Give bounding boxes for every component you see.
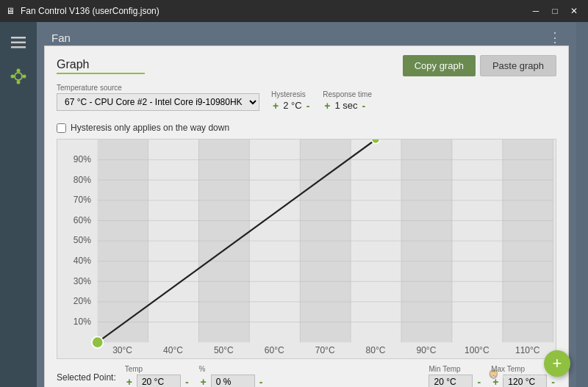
temperature-source-group: Temperature source 67 °C - CPU Core #2 -…: [57, 84, 259, 111]
fab-button[interactable]: +: [544, 350, 570, 377]
svg-rect-2: [11, 46, 26, 48]
hysteresis-spinbox: + 2 °C -: [271, 100, 311, 111]
maximize-button[interactable]: □: [547, 3, 563, 19]
max-temp-control: + -: [491, 375, 556, 387]
response-time-plus-btn[interactable]: +: [323, 101, 331, 111]
svg-text:90°C: 90°C: [417, 344, 437, 355]
dialog-buttons: Copy graph Paste graph: [403, 55, 556, 76]
svg-text:110°C: 110°C: [515, 344, 540, 355]
response-time-label: Response time: [323, 90, 372, 98]
min-temp-group: Min Temp -: [429, 365, 482, 387]
paste-graph-button[interactable]: Paste graph: [480, 55, 556, 76]
svg-text:70%: 70%: [74, 195, 91, 205]
sidebar: [0, 22, 37, 387]
hysteresis-plus-btn[interactable]: +: [271, 101, 280, 111]
hysteresis-checkbox[interactable]: [57, 123, 66, 133]
svg-text:20%: 20%: [74, 296, 91, 306]
svg-text:50°C: 50°C: [214, 344, 234, 355]
svg-point-3: [15, 73, 22, 80]
svg-text:80°C: 80°C: [366, 344, 386, 355]
svg-point-55: [92, 336, 103, 347]
dialog: Graph Copy graph Paste graph Temperature…: [44, 46, 569, 387]
svg-point-5: [17, 81, 21, 84]
hysteresis-minus-btn[interactable]: -: [305, 101, 312, 111]
svg-point-54: [372, 140, 380, 144]
app-body: Fan ⋮ Graph Copy graph Paste graph Tempe…: [0, 22, 588, 387]
close-button[interactable]: ✕: [566, 3, 582, 19]
response-time-minus-btn[interactable]: -: [361, 101, 368, 111]
temp-input[interactable]: [137, 375, 181, 387]
hysteresis-group: Hysteresis + 2 °C -: [271, 90, 311, 111]
fab-label: +: [553, 354, 562, 373]
percent-minus-btn[interactable]: -: [258, 377, 265, 387]
dialog-header: Graph Copy graph Paste graph: [57, 55, 556, 76]
percent-label: %: [199, 365, 265, 373]
hysteresis-checkbox-group: Hysteresis only applies on the way down: [57, 123, 229, 133]
temp-label: Temp: [125, 365, 190, 373]
max-temp-plus-btn[interactable]: +: [491, 377, 500, 387]
percent-input[interactable]: [211, 375, 255, 387]
min-temp-control: -: [429, 375, 482, 387]
percent-control: + -: [199, 375, 265, 387]
svg-text:80%: 80%: [74, 174, 91, 184]
svg-text:30°C: 30°C: [112, 344, 132, 355]
percent-group: % + -: [199, 365, 265, 387]
title-bar-title: Fan Control V136 (userConfig.json): [21, 6, 159, 16]
svg-point-7: [23, 75, 26, 79]
svg-text:30%: 30%: [74, 276, 91, 286]
response-time-value: 1 sec: [334, 100, 357, 111]
selected-point-row: Selected Point: Temp + - % + -: [57, 365, 556, 387]
max-temp-input[interactable]: [503, 375, 547, 387]
response-time-spinbox: + 1 sec -: [323, 100, 372, 111]
graph-svg: 90% 80% 70% 60% 50% 40% 30% 20% 10% 30°C…: [57, 140, 556, 358]
svg-point-4: [17, 69, 21, 73]
temperature-source-select[interactable]: 67 °C - CPU Core #2 - Intel Core i9-1098…: [57, 93, 259, 111]
min-temp-label: Min Temp: [429, 365, 482, 373]
max-temp-minus-btn[interactable]: -: [550, 377, 556, 387]
minimize-button[interactable]: ─: [528, 3, 544, 19]
svg-text:90%: 90%: [74, 154, 91, 164]
svg-text:60°C: 60°C: [265, 344, 284, 355]
hysteresis-checkbox-label: Hysteresis only applies on the way down: [71, 123, 229, 133]
main-content: Fan ⋮ Graph Copy graph Paste graph Tempe…: [37, 22, 576, 387]
svg-text:60%: 60%: [74, 215, 91, 225]
temperature-source-label: Temperature source: [57, 84, 259, 92]
min-temp-minus-btn[interactable]: -: [476, 377, 482, 387]
temp-control: + -: [125, 375, 190, 387]
title-bar: 🖥 Fan Control V136 (userConfig.json) ─ □…: [0, 0, 588, 22]
selected-point-label: Selected Point:: [57, 372, 116, 383]
dialog-title: Graph: [57, 58, 145, 74]
title-bar-icon: 🖥: [6, 6, 15, 16]
controls-row: Temperature source 67 °C - CPU Core #2 -…: [57, 84, 556, 133]
temp-plus-btn[interactable]: +: [125, 377, 134, 387]
svg-text:100°C: 100°C: [465, 344, 490, 355]
graph-container[interactable]: 90% 80% 70% 60% 50% 40% 30% 20% 10% 30°C…: [57, 139, 556, 359]
response-time-group: Response time + 1 sec -: [323, 90, 372, 111]
min-temp-input[interactable]: [429, 375, 473, 387]
app-title: Fan: [51, 32, 71, 44]
hysteresis-label: Hysteresis: [271, 90, 311, 98]
hysteresis-value: 2 °C: [283, 100, 301, 111]
temp-minus-btn[interactable]: -: [184, 377, 190, 387]
svg-rect-1: [11, 42, 26, 44]
svg-point-6: [11, 75, 15, 79]
copy-graph-button[interactable]: Copy graph: [403, 55, 476, 76]
title-bar-left: 🖥 Fan Control V136 (userConfig.json): [6, 6, 159, 16]
svg-text:40%: 40%: [74, 256, 91, 266]
percent-plus-btn[interactable]: +: [199, 377, 208, 387]
sidebar-app-icon[interactable]: [5, 63, 32, 90]
temp-group: Temp + -: [125, 365, 190, 387]
svg-text:10%: 10%: [74, 317, 91, 327]
svg-text:70°C: 70°C: [315, 344, 335, 355]
svg-rect-0: [11, 37, 26, 39]
svg-text:40°C: 40°C: [163, 344, 183, 355]
sidebar-menu-icon[interactable]: [5, 29, 32, 56]
svg-text:50%: 50%: [74, 235, 91, 245]
right-panel: [576, 22, 588, 387]
more-icon[interactable]: ⋮: [548, 29, 562, 46]
title-bar-controls: ─ □ ✕: [528, 3, 582, 19]
app-header: Fan ⋮: [44, 29, 569, 46]
